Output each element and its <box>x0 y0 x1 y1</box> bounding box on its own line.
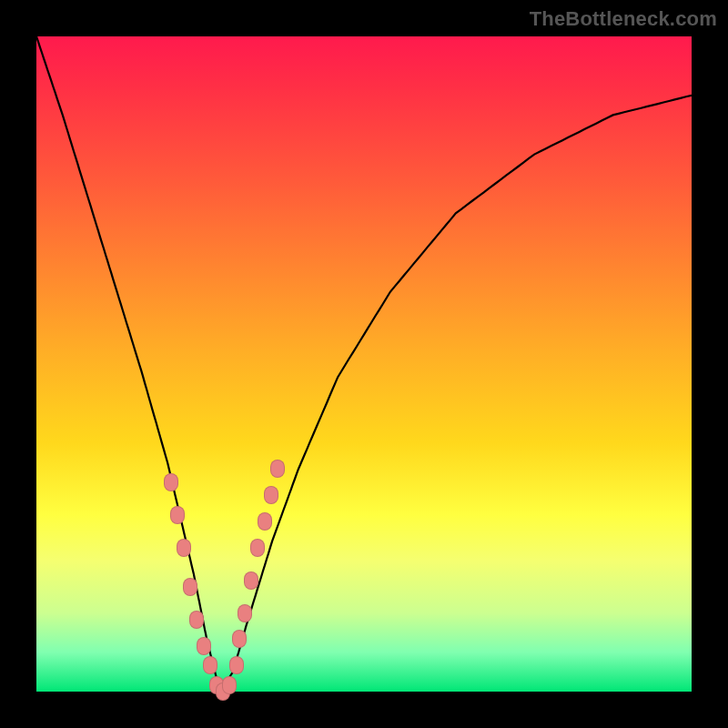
chart-container: TheBottleneck.com <box>0 0 728 728</box>
data-point <box>170 506 185 524</box>
watermark-text: TheBottleneck.com <box>530 7 717 31</box>
bottleneck-curve <box>36 36 692 692</box>
data-point <box>222 676 237 694</box>
data-point <box>250 539 265 557</box>
data-point <box>189 611 204 629</box>
data-point <box>177 539 191 557</box>
data-point <box>238 604 252 622</box>
curve-layer <box>36 36 692 692</box>
data-point <box>164 473 178 491</box>
data-point <box>229 656 244 674</box>
data-point <box>264 486 278 504</box>
data-point <box>183 578 197 596</box>
data-point <box>203 656 217 674</box>
data-point <box>244 571 258 590</box>
data-point <box>258 512 272 531</box>
data-point <box>197 637 211 655</box>
data-point <box>270 460 285 478</box>
plot-area <box>36 36 692 692</box>
data-point <box>232 630 247 648</box>
